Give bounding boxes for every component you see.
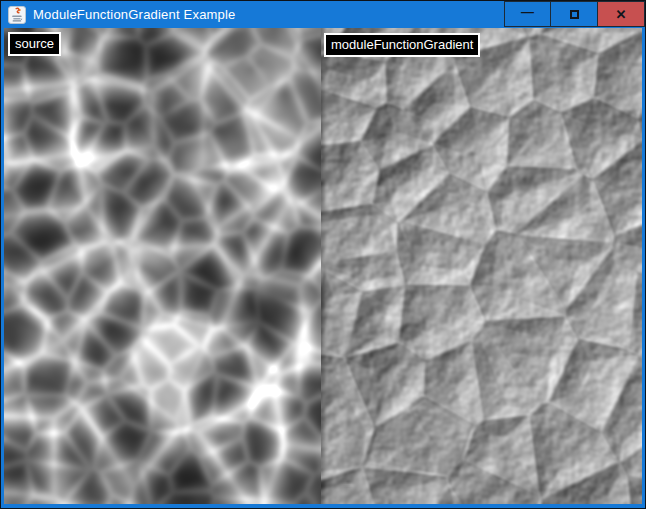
window-controls: — ✕	[504, 1, 645, 27]
source-label: source	[8, 32, 61, 56]
module-function-gradient-label: moduleFunctionGradient	[324, 33, 480, 57]
source-noise-image	[4, 28, 321, 504]
titlebar[interactable]: ModuleFunctionGradient Example — ✕	[1, 1, 645, 28]
module-function-gradient-panel: moduleFunctionGradient	[321, 28, 642, 504]
close-button[interactable]: ✕	[598, 1, 645, 27]
java-coffee-cup-icon	[8, 6, 26, 24]
maximize-icon	[570, 10, 579, 19]
maximize-button[interactable]	[551, 1, 598, 27]
minimize-icon: —	[521, 7, 534, 17]
close-icon: ✕	[616, 7, 627, 22]
minimize-button[interactable]: —	[504, 1, 551, 27]
app-window: ModuleFunctionGradient Example — ✕ sourc…	[0, 0, 646, 509]
module-function-gradient-image	[321, 28, 642, 504]
source-panel: source	[4, 28, 321, 504]
content-area: source moduleFunctionGradient	[1, 28, 645, 508]
window-title: ModuleFunctionGradient Example	[33, 1, 236, 28]
